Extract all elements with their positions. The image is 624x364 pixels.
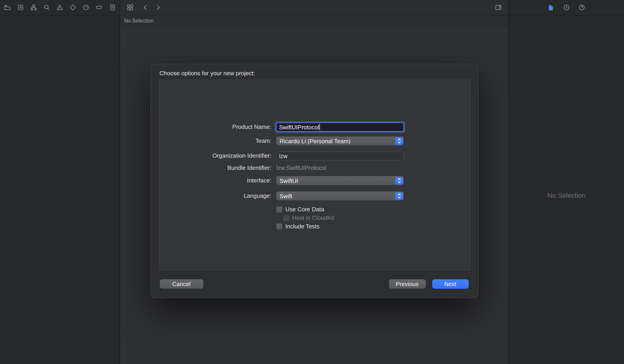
language-label: Language:: [159, 191, 271, 201]
back-chevron-icon[interactable]: [141, 3, 150, 12]
editor-grid-icon[interactable]: [126, 3, 134, 12]
editor-area: No Selection Choose options for your new…: [120, 15, 509, 364]
product-name-input[interactable]: SwiftUIProtocol: [276, 123, 404, 132]
inspector-placeholder: No Selection: [547, 191, 586, 199]
report-doc-icon[interactable]: [108, 3, 117, 12]
team-popup[interactable]: Ricardo Li (Personal Team): [276, 136, 404, 145]
use-core-data-label: Use Core Data: [285, 206, 324, 213]
capsule-icon[interactable]: [95, 3, 104, 12]
include-tests-label: Include Tests: [285, 223, 319, 230]
jump-bar[interactable]: No Selection: [120, 15, 509, 26]
organization-identifier-row: Organization Identifier: lzw: [159, 151, 470, 160]
xcode-window: No Selection Choose options for your new…: [0, 0, 624, 364]
x-square-icon[interactable]: [16, 3, 25, 12]
language-row: Language: Swift: [159, 191, 470, 201]
product-name-label: Product Name:: [159, 123, 271, 132]
editor-toolbar: [120, 0, 508, 15]
warning-icon[interactable]: [55, 3, 64, 12]
use-core-data-row: Use Core Data: [159, 206, 470, 213]
inspector-panel: No Selection: [509, 15, 624, 364]
language-popup[interactable]: Swift: [276, 191, 404, 201]
include-tests-checkbox[interactable]: [276, 223, 282, 229]
use-core-data-checkbox[interactable]: [276, 206, 282, 212]
organization-identifier-input[interactable]: lzw: [276, 151, 404, 160]
next-button[interactable]: Next: [432, 279, 468, 289]
help-icon[interactable]: [577, 3, 586, 12]
cancel-button[interactable]: Cancel: [159, 279, 203, 289]
new-project-options-dialog: Choose options for your new project: Pro…: [150, 64, 478, 298]
folder-icon[interactable]: [3, 3, 12, 12]
search-icon[interactable]: [42, 3, 51, 12]
include-tests-row: Include Tests: [159, 223, 470, 230]
diamond-icon[interactable]: [68, 3, 77, 12]
interface-row: Interface: SwiftUI: [159, 176, 470, 185]
dialog-title: Choose options for your new project:: [151, 64, 478, 77]
interface-label: Interface:: [159, 176, 271, 185]
popup-chevrons-icon: [395, 137, 403, 145]
host-in-cloudkit-checkbox[interactable]: [283, 215, 289, 221]
jump-bar-text: No Selection: [124, 18, 154, 23]
inspector-toolbar: [508, 0, 624, 15]
forward-chevron-icon[interactable]: [154, 3, 162, 12]
inspector-toggle-icon[interactable]: [494, 3, 503, 12]
team-label: Team:: [159, 136, 271, 145]
host-in-cloudkit-label: Host in CloudKit: [292, 214, 334, 221]
bundle-identifier-label: Bundle Identifier:: [159, 163, 271, 173]
gauge-icon[interactable]: [82, 3, 91, 12]
file-icon[interactable]: [546, 3, 555, 12]
dialog-button-bar: Cancel Previous Next: [159, 279, 468, 289]
toolbar: [0, 0, 624, 15]
main-area: No Selection Choose options for your new…: [0, 15, 624, 364]
previous-button[interactable]: Previous: [389, 279, 426, 289]
product-name-row: Product Name: SwiftUIProtocol: [159, 123, 470, 132]
navigator-sidebar[interactable]: [0, 15, 120, 364]
host-in-cloudkit-row: Host in CloudKit: [159, 214, 470, 221]
interface-popup[interactable]: SwiftUI: [276, 176, 404, 185]
navigator-tab-bar: [0, 0, 120, 15]
popup-chevrons-icon: [395, 177, 403, 184]
team-row: Team: Ricardo Li (Personal Team): [159, 136, 470, 145]
history-clock-icon[interactable]: [562, 3, 571, 12]
organization-identifier-label: Organization Identifier:: [159, 151, 271, 160]
symbol-hierarchy-icon[interactable]: [29, 3, 38, 12]
options-panel: Product Name: SwiftUIProtocol Team:: [159, 80, 470, 270]
bundle-identifier-value: lzw.SwiftUIProtocol: [276, 163, 404, 173]
text-caret: [320, 124, 320, 130]
bundle-identifier-row: Bundle Identifier: lzw.SwiftUIProtocol: [159, 163, 470, 173]
options-form: Product Name: SwiftUIProtocol Team:: [159, 80, 470, 230]
popup-chevrons-icon: [395, 192, 403, 200]
